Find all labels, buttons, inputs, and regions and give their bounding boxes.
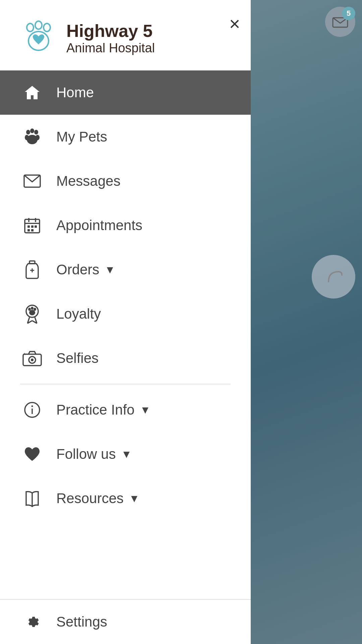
sidebar-item-messages-label: Messages [56, 173, 120, 189]
logo-area: Highway 5 Animal Hospital [20, 20, 231, 57]
orders-chevron-icon: ▼ [105, 264, 115, 276]
svg-rect-17 [31, 225, 34, 228]
svg-point-35 [31, 359, 34, 361]
sidebar-item-home-label: Home [56, 85, 94, 101]
navigation-drawer: Highway 5 Animal Hospital Home [0, 0, 251, 644]
drawer-footer: Settings [0, 599, 251, 644]
sidebar-item-resources-label: Resources ▼ [56, 490, 139, 506]
sidebar-item-resources[interactable]: Resources ▼ [0, 476, 251, 521]
gear-icon [20, 610, 44, 634]
svg-point-7 [34, 130, 38, 135]
book-icon [20, 486, 44, 511]
sidebar-item-orders-label: Orders ▼ [56, 262, 115, 278]
right-content-area [251, 0, 362, 644]
sidebar-item-selfies[interactable]: Selfies [0, 336, 251, 380]
svg-rect-19 [27, 229, 30, 231]
svg-rect-20 [31, 229, 34, 231]
logo-title: Highway 5 [66, 21, 155, 41]
svg-point-9 [25, 135, 29, 140]
logo-text: Highway 5 Animal Hospital [66, 21, 155, 56]
heart-icon [20, 442, 44, 466]
svg-point-27 [34, 308, 36, 311]
sidebar-item-appointments-label: Appointments [56, 217, 142, 233]
bottle-icon [20, 258, 44, 282]
svg-point-28 [29, 310, 35, 315]
sidebar-item-appointments[interactable]: Appointments [0, 203, 251, 248]
sidebar-item-home[interactable]: Home [0, 70, 251, 115]
svg-rect-18 [35, 225, 37, 228]
sidebar-item-my-pets-label: My Pets [56, 129, 107, 145]
svg-point-5 [26, 130, 30, 135]
sidebar-item-follow-us[interactable]: Follow us ▼ [0, 432, 251, 476]
sidebar-item-messages[interactable]: Messages [0, 159, 251, 203]
drawer-header: Highway 5 Animal Hospital [0, 0, 251, 70]
svg-point-10 [36, 135, 40, 140]
svg-point-26 [31, 307, 34, 310]
loyalty-icon [20, 302, 44, 326]
svg-rect-16 [27, 225, 30, 228]
svg-point-6 [30, 128, 34, 133]
nav-divider [20, 384, 231, 384]
sidebar-item-settings[interactable]: Settings [20, 610, 231, 634]
sidebar-item-practice-info[interactable]: Practice Info ▼ [0, 388, 251, 432]
sidebar-item-loyalty[interactable]: Loyalty [0, 292, 251, 336]
paw-icon [20, 125, 44, 149]
resources-chevron-icon: ▼ [129, 492, 140, 505]
envelope-icon [20, 169, 44, 193]
close-button[interactable]: × [221, 10, 248, 37]
logo-icon [20, 20, 57, 57]
logo-subtitle: Animal Hospital [66, 41, 155, 56]
follow-us-chevron-icon: ▼ [121, 448, 132, 461]
notification-badge: 5 [342, 7, 355, 20]
practice-info-chevron-icon: ▼ [140, 404, 150, 416]
calendar-icon [20, 213, 44, 237]
home-icon [20, 80, 44, 105]
sidebar-item-settings-label: Settings [56, 614, 107, 630]
svg-point-2 [35, 21, 42, 29]
sidebar-item-orders[interactable]: Orders ▼ [0, 248, 251, 292]
svg-point-3 [44, 23, 50, 32]
nav-spacer [0, 521, 251, 599]
svg-point-1 [27, 23, 34, 32]
camera-icon [20, 346, 44, 370]
floating-circle [312, 255, 355, 299]
notification-area: 5 [325, 7, 355, 37]
svg-point-39 [32, 406, 33, 407]
sidebar-item-selfies-label: Selfies [56, 350, 99, 366]
svg-point-25 [28, 308, 31, 311]
sidebar-item-practice-info-label: Practice Info ▼ [56, 402, 150, 418]
sidebar-item-follow-us-label: Follow us ▼ [56, 446, 132, 462]
nav-list: Home My Pets [0, 70, 251, 599]
sidebar-item-my-pets[interactable]: My Pets [0, 115, 251, 159]
sidebar-item-loyalty-label: Loyalty [56, 306, 101, 322]
info-icon [20, 398, 44, 422]
